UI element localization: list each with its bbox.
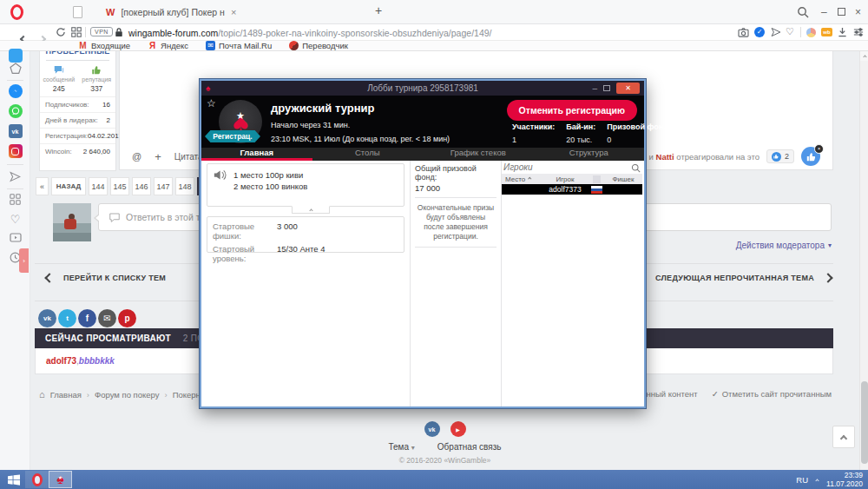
instagram-icon[interactable] — [0, 144, 30, 158]
players-search-input[interactable] — [503, 162, 625, 172]
quote-button[interactable]: Цитата — [174, 152, 203, 162]
reaction-count-badge[interactable]: 2 — [766, 149, 794, 163]
bookmark-yandex[interactable]: Я Яндекс — [148, 41, 188, 50]
vpn-badge[interactable]: VPN — [90, 27, 113, 36]
viewer-link[interactable]: bbbbkkk — [79, 356, 115, 366]
search-icon[interactable] — [631, 163, 641, 173]
page-button[interactable]: 148 — [175, 177, 194, 195]
browser-tab[interactable]: W [покерный клуб] Покер н × — [106, 0, 366, 24]
cancel-registration-button[interactable]: Отменить регистрацию — [507, 100, 637, 121]
reaction-user[interactable]: Natti — [656, 152, 674, 162]
document-icon[interactable] — [73, 6, 82, 18]
page-button[interactable]: 147 — [154, 177, 173, 195]
my-flow-icon[interactable] — [771, 27, 781, 37]
header-country[interactable] — [589, 175, 604, 183]
email-share-icon[interactable]: ✉ — [98, 309, 116, 327]
language-indicator[interactable]: RU — [796, 475, 808, 485]
scrollbar-thumb[interactable] — [861, 381, 868, 464]
downloads-icon[interactable] — [838, 27, 847, 37]
tab-structure[interactable]: Структура — [534, 148, 645, 161]
bookmark-inbox[interactable]: M Входящие — [78, 41, 130, 50]
window-close-button[interactable]: × — [855, 0, 861, 24]
lobby-minimize-button[interactable]: – — [592, 83, 597, 93]
whatsapp-icon[interactable] — [0, 104, 30, 118]
reload-icon[interactable] — [56, 27, 66, 37]
extension-palette-icon[interactable] — [806, 28, 816, 37]
favorite-star-icon[interactable]: ☆ — [207, 97, 216, 109]
my-flow-sidebar-icon[interactable] — [0, 171, 30, 182]
page-button[interactable]: 146 — [132, 177, 151, 195]
like-button[interactable]: × — [801, 147, 820, 166]
pinterest-share-icon[interactable]: p — [118, 309, 136, 327]
lobby-maximize-button[interactable] — [603, 85, 610, 91]
lobby-close-button[interactable]: ✕ — [616, 83, 640, 94]
page-back-button[interactable]: НАЗАД — [51, 177, 86, 195]
tab-tables[interactable]: Столы — [312, 148, 424, 161]
vk-share-icon[interactable]: vk — [38, 309, 56, 327]
tab-stack-graph[interactable]: График стеков — [423, 148, 534, 161]
breadcrumb-link[interactable]: Форум по покеру — [95, 390, 159, 400]
page-scrollbar[interactable] — [859, 51, 868, 470]
player-row[interactable]: adolf7373 — [502, 184, 642, 195]
bookmark-heart-icon[interactable]: ♡ — [786, 26, 794, 37]
url-field[interactable]: wingamble-forum.com/topic/1489-poker-na-… — [128, 28, 492, 38]
go-to-topic-list-link[interactable]: ПЕРЕЙТИ К СПИСКУ ТЕМ — [46, 274, 166, 282]
breadcrumb-link[interactable]: Главная — [50, 390, 82, 400]
tab-main[interactable]: Главная — [201, 148, 312, 161]
window-minimize-button[interactable]: – — [821, 0, 827, 24]
easy-setup-icon[interactable] — [0, 63, 30, 75]
players-search[interactable] — [502, 162, 642, 174]
taskbar-pokerstars-button[interactable]: ♠ ★ — [49, 471, 72, 488]
home-icon[interactable]: ⌂ — [39, 389, 45, 400]
lock-icon[interactable] — [115, 27, 123, 37]
header-chips[interactable]: Фишек — [604, 175, 642, 183]
page-button[interactable]: 144 — [89, 177, 108, 195]
page-button[interactable]: 145 — [110, 177, 129, 195]
taskbar-opera-button[interactable] — [25, 471, 49, 488]
collapse-toggle[interactable] — [292, 206, 330, 214]
sidebar-panel-toggle[interactable]: › — [19, 248, 29, 273]
tray-expand-icon[interactable] — [815, 479, 819, 482]
back-to-top-button[interactable] — [832, 426, 855, 448]
feedback-link[interactable]: Обратная связь — [437, 442, 502, 452]
page-first-button[interactable]: « — [36, 177, 49, 195]
window-restore-button[interactable] — [838, 8, 845, 16]
new-tab-button[interactable]: + — [375, 3, 382, 17]
extension-wb-icon[interactable]: wb — [821, 28, 832, 36]
workspaces-grid-icon[interactable] — [0, 194, 30, 205]
bookmark-mailru[interactable]: ✉ Почта Mail.Ru — [206, 41, 272, 50]
youtube-footer-icon[interactable]: ▶ — [450, 421, 466, 437]
player-icon[interactable] — [0, 233, 30, 242]
facebook-share-icon[interactable]: f — [78, 309, 96, 327]
viewer-link[interactable]: adolf73 — [46, 356, 76, 366]
snapshot-camera-icon[interactable] — [738, 28, 749, 37]
speed-dial-home-icon[interactable] — [0, 49, 30, 63]
speed-dial-icon[interactable] — [71, 27, 82, 37]
lobby-titlebar[interactable]: ♠ Лобби турнира 2958173981 – ✕ — [201, 81, 644, 96]
header-player[interactable]: Игрок — [542, 175, 589, 183]
avatar[interactable] — [53, 203, 91, 241]
tab-close-icon[interactable]: × — [231, 7, 236, 17]
browser-search-icon[interactable] — [797, 6, 809, 18]
bookmark-translator[interactable]: Переводчик — [289, 41, 348, 50]
settings-tune-icon[interactable] — [853, 27, 864, 37]
header-place[interactable]: Место — [502, 175, 542, 183]
vpn-status-badge-icon[interactable]: ✓ — [754, 27, 765, 37]
messenger-icon[interactable] — [0, 84, 30, 98]
scroll-up-arrow[interactable] — [860, 51, 868, 61]
twitter-share-icon[interactable]: t — [58, 309, 76, 327]
remove-reaction-icon[interactable]: × — [814, 144, 824, 154]
start-button[interactable] — [3, 471, 25, 488]
players-table-header: Место Игрок Фишек — [502, 174, 642, 184]
opera-logo-icon[interactable] — [10, 4, 23, 20]
vk-icon[interactable]: vk — [0, 124, 30, 138]
mark-site-read-link[interactable]: ✓ Отметить сайт прочитанным — [712, 389, 832, 399]
vk-footer-icon[interactable]: vk — [424, 421, 440, 437]
theme-selector[interactable]: Тема ▾ — [388, 442, 414, 452]
moderator-actions-link[interactable]: Действия модератора▾ — [736, 241, 832, 250]
next-unread-topic-link[interactable]: СЛЕДУЮЩАЯ НЕПРОЧИТАННАЯ ТЕМА — [655, 274, 832, 282]
multiquote-button[interactable]: + — [155, 150, 161, 163]
taskbar-clock[interactable]: 23:39 11.07.2020 — [826, 471, 863, 488]
favorites-heart-icon[interactable]: ♡ — [0, 213, 30, 226]
mention-button[interactable]: @ — [132, 151, 141, 162]
